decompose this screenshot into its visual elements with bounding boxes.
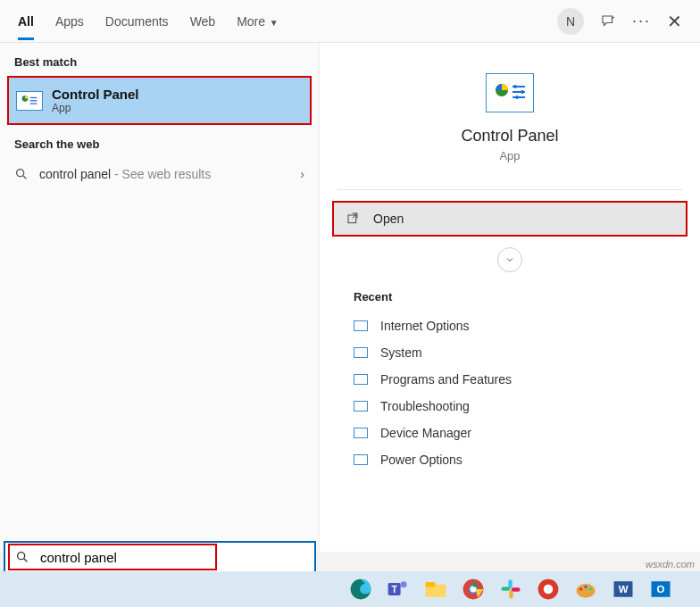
svg-point-33 — [584, 586, 588, 589]
web-result-text: control panel - See web results — [39, 167, 211, 181]
search-tabs: All Apps Documents Web More ▼ N ··· ✕ — [0, 0, 700, 43]
best-match-result[interactable]: Control Panel App — [7, 76, 312, 125]
explorer-icon[interactable] — [423, 577, 448, 602]
svg-line-5 — [23, 176, 26, 179]
control-panel-icon — [16, 91, 43, 111]
cp-mini-icon — [354, 320, 368, 331]
cp-mini-icon — [354, 374, 368, 385]
outlook-icon[interactable]: O — [648, 577, 673, 602]
preview-subtitle: App — [320, 149, 700, 162]
chrome-icon[interactable] — [461, 577, 486, 602]
recent-label: Recent — [320, 285, 700, 312]
svg-text:T: T — [391, 584, 397, 595]
svg-rect-28 — [512, 587, 521, 591]
feedback-icon[interactable] — [600, 13, 616, 29]
best-match-label: Best match — [0, 43, 319, 76]
preview-title: Control Panel — [320, 127, 700, 146]
svg-point-30 — [544, 585, 554, 595]
slack-icon[interactable] — [498, 577, 523, 602]
tab-web[interactable]: Web — [190, 2, 216, 40]
svg-point-11 — [521, 90, 524, 94]
svg-text:W: W — [619, 584, 629, 595]
cp-mini-icon — [354, 454, 368, 465]
svg-point-4 — [17, 170, 24, 177]
taskbar: T W O — [0, 571, 700, 607]
result-title: Control Panel — [52, 87, 139, 102]
more-options-icon[interactable]: ··· — [632, 12, 651, 30]
close-button[interactable]: ✕ — [667, 11, 682, 32]
svg-rect-21 — [426, 582, 436, 586]
preview-panel: Control Panel App Open Recent Internet O… — [319, 43, 700, 552]
recent-item[interactable]: Programs and Features — [320, 366, 700, 393]
paint-icon[interactable] — [573, 577, 598, 602]
web-result[interactable]: control panel - See web results › — [0, 158, 319, 190]
svg-rect-2 — [30, 100, 38, 101]
tab-documents[interactable]: Documents — [105, 2, 169, 40]
recent-item[interactable]: System — [320, 339, 700, 366]
svg-rect-26 — [502, 586, 511, 590]
tab-all[interactable]: All — [18, 2, 34, 40]
cp-mini-icon — [354, 428, 368, 438]
svg-point-19 — [401, 581, 407, 587]
svg-point-10 — [513, 85, 517, 88]
svg-point-14 — [18, 553, 25, 560]
cp-mini-icon — [354, 401, 368, 412]
recent-item[interactable]: Troubleshooting — [320, 393, 700, 420]
teams-icon[interactable]: T — [386, 577, 411, 602]
search-bar[interactable] — [4, 541, 316, 573]
expand-button[interactable] — [497, 247, 522, 272]
tab-apps[interactable]: Apps — [55, 2, 84, 40]
user-avatar[interactable]: N — [557, 8, 584, 35]
cp-mini-icon — [354, 347, 368, 358]
recent-item[interactable]: Device Manager — [320, 420, 700, 446]
caret-down-icon: ▼ — [267, 18, 279, 28]
recent-item[interactable]: Internet Options — [320, 312, 700, 339]
open-icon — [346, 212, 361, 226]
chevron-down-icon — [504, 254, 515, 265]
svg-rect-1 — [30, 96, 38, 97]
svg-point-12 — [515, 96, 519, 99]
search-input[interactable] — [35, 550, 215, 565]
search-icon — [14, 167, 29, 181]
open-button[interactable]: Open — [332, 201, 688, 237]
result-subtitle: App — [52, 102, 139, 114]
svg-point-24 — [471, 586, 477, 593]
control-panel-large-icon — [486, 73, 534, 112]
svg-text:O: O — [657, 584, 665, 595]
divider — [338, 189, 682, 190]
word-icon[interactable]: W — [611, 577, 636, 602]
tab-more[interactable]: More ▼ — [237, 2, 279, 40]
app-icon[interactable] — [536, 577, 561, 602]
svg-rect-3 — [30, 103, 38, 104]
svg-point-34 — [589, 587, 593, 591]
results-panel: Best match Control Panel App Search the … — [0, 43, 319, 552]
search-web-label: Search the web — [0, 125, 319, 158]
chevron-right-icon: › — [300, 167, 304, 181]
search-icon — [15, 550, 29, 564]
open-label: Open — [373, 212, 404, 226]
watermark: wsxdn.com — [646, 559, 695, 570]
svg-point-32 — [579, 587, 583, 591]
edge-icon[interactable] — [348, 577, 373, 602]
svg-line-15 — [24, 559, 27, 561]
recent-item[interactable]: Power Options — [320, 446, 700, 473]
